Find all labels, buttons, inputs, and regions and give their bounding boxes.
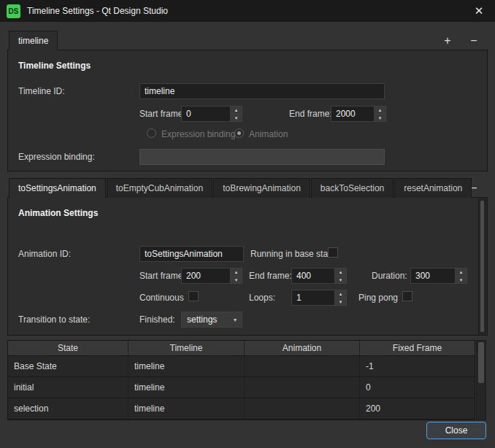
add-timeline-button[interactable]: +	[437, 32, 458, 50]
running-in-base-state-label: Running in base state	[250, 249, 335, 259]
column-header-fixed-frame[interactable]: Fixed Frame	[360, 341, 475, 355]
tab-tobrewinganimation[interactable]: toBrewingAnimation	[213, 178, 310, 198]
timeline-start-frame-value[interactable]: 0	[181, 106, 230, 122]
cell-state[interactable]: selection	[8, 398, 128, 419]
spin-down-button[interactable]: ▾	[230, 277, 242, 285]
timeline-id-input[interactable]: timeline	[139, 83, 385, 99]
spin-up-button[interactable]: ▴	[374, 106, 386, 115]
cell-state[interactable]: Base State	[8, 356, 128, 376]
cell-timeline[interactable]: timeline	[128, 377, 245, 398]
timeline-end-frame-spinbox[interactable]: 2000 ▴ ▾	[331, 106, 386, 122]
duration-spinbox[interactable]: 300 ▴ ▾	[410, 268, 467, 284]
table-header: State Timeline Animation Fixed Frame	[8, 341, 475, 356]
spin-down-icon: ▾	[339, 299, 342, 304]
running-in-base-state-checkbox[interactable]	[328, 247, 338, 258]
loops-spinbox[interactable]: 1 ▴ ▾	[291, 290, 347, 306]
loops-label: Loops:	[249, 293, 275, 303]
animation-start-frame-label: Start frame:	[139, 271, 185, 281]
column-header-state[interactable]: State	[8, 341, 128, 355]
spin-up-icon: ▴	[339, 269, 342, 274]
qt-design-studio-logo-icon: DS	[7, 4, 20, 18]
cell-animation[interactable]	[245, 398, 360, 419]
close-button[interactable]: Close	[426, 422, 486, 439]
expression-binding-radio[interactable]	[147, 128, 156, 138]
tab-toemptycubanimation[interactable]: toEmptyCubAnimation	[107, 178, 212, 198]
tab-tosettingsanimation[interactable]: toSettingsAnimation	[9, 178, 106, 198]
loops-value[interactable]: 1	[291, 290, 334, 306]
spin-down-button[interactable]: ▾	[334, 277, 347, 285]
table-row[interactable]: Base State timeline -1	[8, 356, 475, 377]
animation-settings-heading: Animation Settings	[18, 208, 98, 218]
table-row[interactable]: initial timeline 0	[8, 377, 475, 398]
animation-id-input[interactable]: toSettingsAnimation	[139, 246, 244, 262]
expression-binding-label: Expression binding:	[18, 152, 95, 162]
animation-end-frame-spinbox[interactable]: 400 ▴ ▾	[291, 268, 347, 284]
duration-value[interactable]: 300	[410, 268, 455, 284]
spin-down-icon: ▾	[235, 277, 238, 282]
transition-to-state-label: Transition to state:	[18, 314, 90, 325]
cell-timeline[interactable]: timeline	[128, 398, 245, 419]
scrollbar-handle[interactable]	[480, 201, 484, 332]
table-row[interactable]: selection timeline 200	[8, 398, 475, 420]
tab-resetanimation[interactable]: resetAnimation	[394, 178, 472, 198]
table-scrollbar[interactable]	[476, 340, 486, 420]
spin-buttons: ▴ ▾	[374, 106, 386, 122]
finished-value: settings	[187, 314, 217, 325]
animation-settings-panel: Animation Settings Animation ID: toSetti…	[7, 197, 488, 336]
spin-buttons: ▴ ▾	[230, 268, 242, 284]
finished-combobox[interactable]: settings ▾	[181, 312, 242, 328]
spin-down-icon: ▾	[235, 115, 238, 120]
cell-fixed-frame[interactable]: -1	[360, 356, 475, 376]
window-title: Timeline Settings - Qt Design Studio	[27, 6, 168, 16]
spin-down-button[interactable]: ▾	[374, 115, 386, 123]
animation-id-value: toSettingsAnimation	[145, 249, 223, 259]
spin-up-button[interactable]: ▴	[334, 290, 347, 298]
spin-up-button[interactable]: ▴	[334, 268, 347, 277]
remove-timeline-button[interactable]: −	[463, 32, 485, 50]
column-header-animation[interactable]: Animation	[245, 341, 360, 355]
animation-start-frame-value[interactable]: 200	[181, 268, 230, 284]
spin-up-button[interactable]: ▴	[230, 106, 242, 115]
ping-pong-checkbox[interactable]	[402, 291, 412, 301]
cell-fixed-frame[interactable]: 200	[360, 398, 475, 419]
timeline-end-frame-value[interactable]: 2000	[331, 106, 374, 122]
spin-down-icon: ▾	[460, 277, 463, 282]
spin-down-icon: ▾	[379, 115, 382, 120]
spin-up-icon: ▴	[339, 291, 342, 296]
column-header-timeline[interactable]: Timeline	[128, 341, 245, 355]
cell-timeline[interactable]: timeline	[128, 356, 245, 376]
tab-backtoselection[interactable]: backToSelection	[311, 178, 394, 198]
timeline-id-value: timeline	[145, 86, 174, 96]
spin-up-button[interactable]: ▴	[230, 268, 242, 277]
chevron-down-icon: ▾	[226, 317, 237, 323]
continuous-checkbox[interactable]	[188, 291, 199, 301]
spin-up-icon: ▴	[460, 269, 463, 274]
timeline-end-frame-label: End frame:	[289, 109, 332, 119]
spin-down-button[interactable]: ▾	[334, 298, 347, 306]
timeline-start-frame-spinbox[interactable]: 0 ▴ ▾	[181, 106, 242, 122]
animation-id-label: Animation ID:	[18, 249, 71, 259]
spin-down-button[interactable]: ▾	[230, 115, 242, 123]
cell-state[interactable]: initial	[8, 377, 128, 398]
expression-binding-input[interactable]	[139, 149, 385, 165]
animation-radio-label: Animation	[249, 129, 288, 139]
cell-animation[interactable]	[245, 377, 360, 398]
spin-buttons: ▴ ▾	[334, 268, 347, 284]
spin-up-button[interactable]: ▴	[455, 268, 467, 277]
spin-up-icon: ▴	[379, 107, 382, 112]
spin-buttons: ▴ ▾	[455, 268, 467, 284]
cell-animation[interactable]	[245, 356, 360, 376]
animation-end-frame-value[interactable]: 400	[291, 268, 334, 284]
animation-radio[interactable]	[234, 128, 244, 138]
continuous-label: Continuous	[139, 293, 184, 303]
timeline-id-label: Timeline ID:	[18, 86, 65, 96]
animation-start-frame-spinbox[interactable]: 200 ▴ ▾	[181, 268, 242, 284]
window-close-icon[interactable]: ✕	[469, 1, 488, 20]
ping-pong-label: Ping pong	[358, 293, 398, 303]
spin-down-button[interactable]: ▾	[455, 277, 467, 285]
timeline-settings-heading: Timeline Settings	[18, 61, 91, 71]
animation-panel-scrollbar[interactable]	[478, 198, 486, 334]
scrollbar-handle[interactable]	[478, 342, 484, 383]
cell-fixed-frame[interactable]: 0	[360, 377, 475, 398]
tab-timeline[interactable]: timeline	[9, 31, 58, 50]
